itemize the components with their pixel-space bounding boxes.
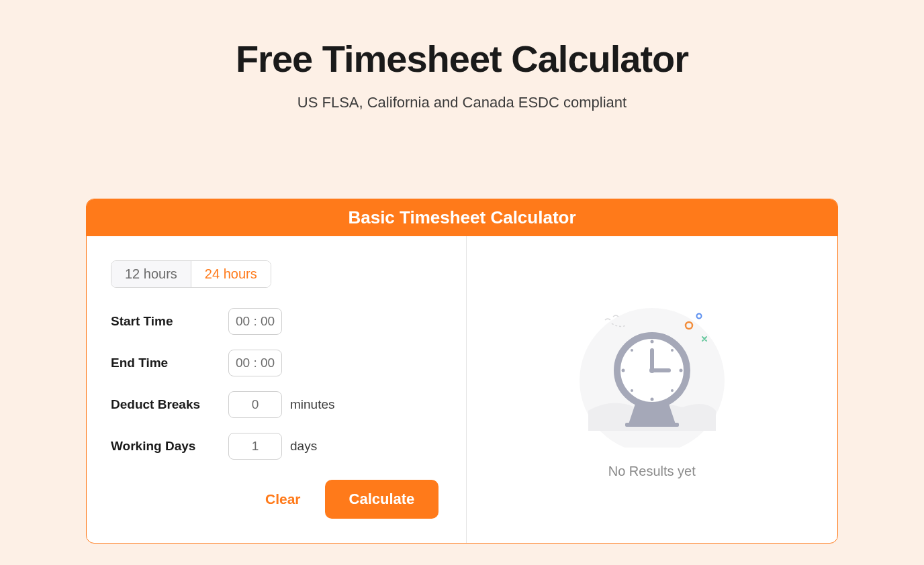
days-unit: days (290, 439, 317, 454)
working-days-input[interactable] (228, 433, 282, 460)
calculator-card: Basic Timesheet Calculator 12 hours 24 h… (86, 199, 838, 544)
form-panel: 12 hours 24 hours Start Time End Time De… (87, 236, 467, 543)
clock-illustration-icon (571, 300, 733, 448)
deduct-breaks-input[interactable] (228, 391, 282, 418)
svg-point-8 (671, 349, 674, 352)
page-title: Free Timesheet Calculator (236, 37, 688, 81)
working-days-label: Working Days (111, 439, 228, 454)
start-time-label: Start Time (111, 314, 228, 329)
start-time-input[interactable] (228, 308, 282, 335)
svg-point-4 (650, 340, 653, 344)
hour-format-toggle: 12 hours 24 hours (111, 260, 271, 288)
clear-button[interactable]: Clear (265, 491, 301, 507)
page-subtitle: US FLSA, California and Canada ESDC comp… (297, 94, 627, 111)
svg-point-9 (631, 349, 633, 352)
results-panel: No Results yet (467, 236, 838, 543)
toggle-24-hours[interactable]: 24 hours (191, 261, 271, 287)
svg-point-2 (696, 314, 701, 319)
card-header: Basic Timesheet Calculator (87, 199, 837, 236)
svg-point-10 (671, 389, 674, 392)
svg-point-11 (631, 389, 633, 392)
no-results-text: No Results yet (608, 464, 696, 479)
deduct-breaks-label: Deduct Breaks (111, 397, 228, 412)
minutes-unit: minutes (290, 397, 335, 412)
svg-point-5 (650, 398, 653, 401)
end-time-input[interactable] (228, 350, 282, 376)
svg-rect-15 (625, 423, 679, 427)
svg-point-6 (621, 369, 625, 372)
calculate-button[interactable]: Calculate (325, 480, 439, 519)
end-time-label: End Time (111, 356, 228, 370)
svg-point-7 (679, 369, 682, 372)
toggle-12-hours[interactable]: 12 hours (111, 261, 191, 287)
svg-point-14 (649, 368, 655, 373)
